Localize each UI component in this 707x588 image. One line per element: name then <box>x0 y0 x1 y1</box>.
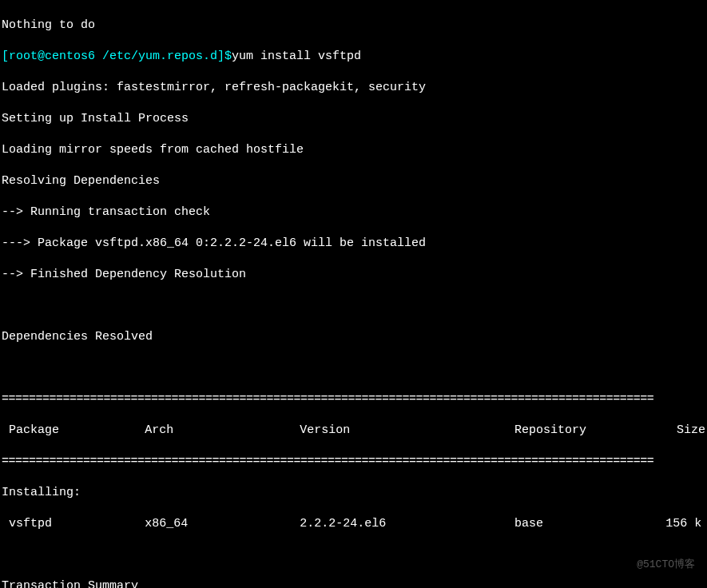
separator-1: ========================================… <box>2 391 705 407</box>
cell-package: vsftpd <box>2 516 145 532</box>
line-transaction-summary: Transaction Summary <box>2 578 705 589</box>
table-row: vsftpd x86_64 2.2.2-24.el6 base 156 k <box>2 516 705 532</box>
header-arch: Arch <box>145 423 300 439</box>
header-repository: Repository <box>514 423 661 439</box>
watermark: @51CTO博客 <box>637 558 695 572</box>
cell-size: 156 k <box>665 516 705 532</box>
line-running-check: --> Running transaction check <box>2 205 705 220</box>
line-nothing: Nothing to do <box>2 18 705 34</box>
prompt-user: [root@centos6 <box>2 50 102 63</box>
line-installing-header: Installing: <box>2 485 705 501</box>
header-size: Size <box>661 423 705 439</box>
command: yum install vsftpd <box>232 50 361 63</box>
line-loaded: Loaded plugins: fastestmirror, refresh-p… <box>2 80 705 96</box>
line-loading: Loading mirror speeds from cached hostfi… <box>2 142 705 158</box>
prompt-suffix: ]$ <box>217 50 232 63</box>
line-finished: --> Finished Dependency Resolution <box>2 267 705 283</box>
terminal-output[interactable]: Nothing to do [root@centos6 /etc/yum.rep… <box>2 2 705 588</box>
header-version: Version <box>300 423 514 439</box>
cell-repository: base <box>514 516 665 532</box>
separator-2: ========================================… <box>2 454 705 470</box>
cell-version: 2.2.2-24.el6 <box>300 516 514 532</box>
line-deps-resolved: Dependencies Resolved <box>2 329 705 345</box>
prompt-path: /etc/yum.repos.d <box>102 50 217 63</box>
cell-arch: x86_64 <box>145 516 300 532</box>
header-package: Package <box>2 423 145 439</box>
line-resolving: Resolving Dependencies <box>2 173 705 189</box>
line-setup: Setting up Install Process <box>2 111 705 127</box>
line-package-install: ---> Package vsftpd.x86_64 0:2.2.2-24.el… <box>2 236 705 252</box>
prompt-line-1: [root@centos6 /etc/yum.repos.d]$yum inst… <box>2 49 705 65</box>
table-header: Package Arch Version Repository Size <box>2 423 705 439</box>
